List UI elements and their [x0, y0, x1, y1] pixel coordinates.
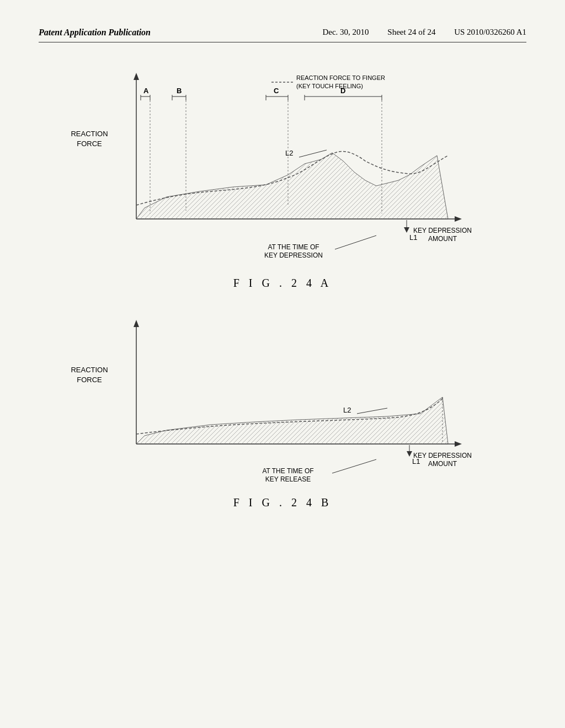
svg-marker-33: [407, 451, 412, 457]
fig24b-yaxis-label: REACTION: [71, 366, 108, 374]
figure-24b-wrapper: REACTION FORCE KEY DEPRESSION AMOUNT L2 …: [56, 312, 509, 509]
fig24a-label-d: D: [340, 87, 345, 95]
figures-container: REACTION FORCE KEY DEPRESSION AMOUNT REA…: [39, 65, 526, 509]
fig24a-xaxis-label: KEY DEPRESSION: [413, 227, 472, 234]
figure-24a-svg: REACTION FORCE KEY DEPRESSION AMOUNT REA…: [56, 65, 509, 269]
fig24b-caption: F I G . 2 4 B: [56, 496, 509, 509]
header-right: Dec. 30, 2010 Sheet 24 of 24 US 2010/032…: [322, 28, 526, 37]
figure-24b-svg: REACTION FORCE KEY DEPRESSION AMOUNT L2 …: [56, 312, 509, 488]
fig24a-bottom-label: AT THE TIME OF: [268, 243, 319, 251]
fig24a-yaxis-label2: FORCE: [77, 140, 102, 148]
svg-marker-9: [404, 227, 409, 233]
svg-marker-28: [134, 320, 139, 327]
svg-line-10: [335, 235, 376, 249]
svg-marker-1: [134, 73, 139, 80]
fig24b-l2-label: L2: [343, 406, 351, 414]
fig24a-label-a: A: [143, 87, 149, 95]
fig24b-bottom-label2: KEY RELEASE: [265, 475, 311, 483]
fig24a-label-c: C: [274, 87, 279, 95]
fig24b-l1-label: L1: [412, 457, 420, 465]
fig24b-yaxis-label2: FORCE: [77, 376, 102, 384]
fig24b-xaxis-label: KEY DEPRESSION: [413, 452, 472, 459]
fig24a-yaxis-label: REACTION: [71, 130, 108, 138]
fig24a-label-b: B: [177, 87, 182, 95]
header-patent: US 2010/0326260 A1: [454, 28, 526, 37]
svg-marker-3: [455, 216, 462, 222]
fig24a-legend-label2: (KEY TOUCH FEELING): [296, 83, 363, 89]
svg-line-31: [357, 408, 387, 414]
header-sheet: Sheet 24 of 24: [387, 28, 435, 37]
header-date: Dec. 30, 2010: [322, 28, 369, 37]
fig24a-caption: F I G . 2 4 A: [56, 277, 509, 290]
page: Patent Application Publication Dec. 30, …: [0, 0, 565, 728]
fig24b-bottom-label: AT THE TIME OF: [262, 467, 313, 475]
fig24b-xaxis-label2: AMOUNT: [428, 460, 457, 468]
header: Patent Application Publication Dec. 30, …: [39, 28, 526, 42]
svg-marker-30: [455, 441, 462, 447]
fig24a-legend-label: REACTION FORCE TO FINGER: [296, 74, 385, 81]
header-publication-label: Patent Application Publication: [39, 28, 151, 38]
svg-line-34: [332, 459, 376, 473]
fig24a-xaxis-label2: AMOUNT: [428, 235, 457, 243]
fig24a-bottom-label2: KEY DEPRESSION: [264, 251, 323, 259]
figure-24a-wrapper: REACTION FORCE KEY DEPRESSION AMOUNT REA…: [56, 65, 509, 290]
fig24a-l1-label: L1: [409, 233, 417, 242]
fig24a-l2-label: L2: [285, 149, 293, 157]
svg-line-7: [299, 150, 327, 157]
